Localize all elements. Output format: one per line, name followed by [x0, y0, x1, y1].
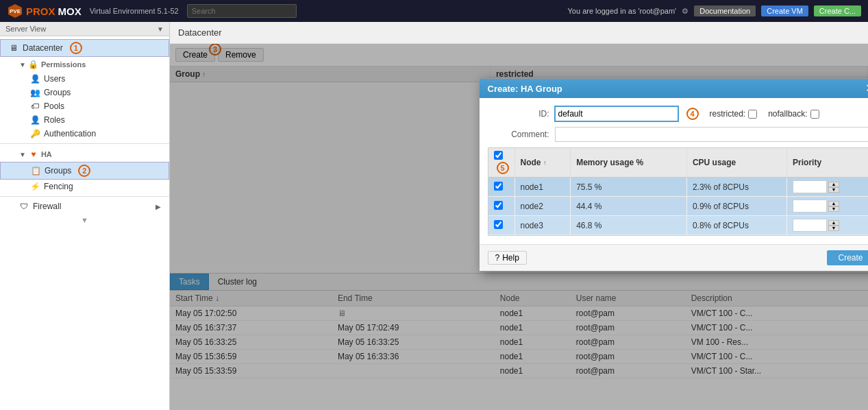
search-input[interactable] [187, 4, 297, 18]
permissions-icon: 🔒 [29, 60, 38, 69]
ha-icon: ♥ [29, 149, 38, 159]
datacenter-icon: 🖥 [9, 43, 18, 53]
restricted-checkbox[interactable] [748, 110, 757, 119]
id-input[interactable] [555, 106, 678, 121]
priority-up-btn[interactable]: ▲ [828, 201, 839, 206]
help-btn[interactable]: ? Help [488, 251, 527, 265]
node-memory: 75.5 % [571, 178, 687, 197]
sidebar-item-authentication[interactable]: 🔑 Authentication [0, 127, 169, 141]
create-ct-btn[interactable]: Create C... [814, 5, 861, 16]
node-check [488, 216, 515, 235]
chevron-down-icon: ▼ [19, 151, 26, 158]
priority-spinner: ▲ ▼ [828, 201, 839, 212]
priority-spinner: ▲ ▼ [828, 220, 839, 231]
sidebar-item-pools[interactable]: 🏷 Pools [0, 99, 169, 113]
node-row: node2 44.4 % 0.9% of 8CPUs ▲ ▼ [488, 197, 869, 216]
priority-down-btn[interactable]: ▼ [828, 206, 839, 212]
col-priority: Priority [787, 148, 868, 178]
ha-label: HA [41, 150, 52, 158]
sidebar-item-fencing[interactable]: ⚡ Fencing [0, 180, 169, 193]
modal-header: Create: HA Group ✕ [480, 79, 869, 98]
content-body: Create 3 Remove Group ↑ restricted [170, 44, 868, 410]
roles-label: Roles [44, 115, 65, 125]
sidebar-item-ha-groups[interactable]: 📋 Groups 2 [0, 162, 169, 180]
ha-groups-label: Groups [45, 166, 71, 176]
node-name: node1 [514, 178, 571, 197]
proxmox-logo-icon: PVE [7, 3, 23, 19]
priority-down-btn[interactable]: ▼ [828, 187, 839, 193]
content-area: Datacenter Create 3 Remove Group ↑ restr… [170, 22, 868, 410]
fencing-label: Fencing [44, 182, 73, 191]
chevron-right-icon: ▶ [156, 203, 161, 210]
node-checkbox[interactable] [494, 220, 503, 229]
priority-input[interactable] [793, 219, 827, 232]
restricted-label: restricted: [710, 109, 746, 119]
sidebar-section-ha[interactable]: ▼ ♥ HA [0, 147, 169, 162]
main-layout: Server View ▼ 🖥 Datacenter 1 ▼ 🔒 Permiss… [0, 22, 868, 410]
pools-label: Pools [44, 101, 64, 111]
node-table-wrap: 5 Node ↑ Memory usage % CPU usage Priori… [488, 147, 869, 236]
node-priority: ▲ ▼ [787, 197, 868, 216]
node-cpu: 0.8% of 8CPUs [686, 216, 786, 235]
auth-icon: 🔑 [30, 129, 40, 138]
auth-label: Authentication [44, 129, 96, 138]
groups-label: Groups [44, 88, 71, 97]
node-cpu: 0.9% of 8CPUs [686, 197, 786, 216]
modal-overlay: Create: HA Group ✕ ID: 4 restricted: [170, 44, 868, 410]
node-name: node3 [514, 216, 571, 235]
node-name: node2 [514, 197, 571, 216]
sidebar-item-roles[interactable]: 👤 Roles [0, 113, 169, 127]
comment-input[interactable] [555, 127, 869, 142]
node-checkbox[interactable] [494, 201, 503, 210]
ha-groups-icon: 📋 [31, 166, 40, 176]
modal-create-label: Create [838, 253, 863, 263]
sidebar-item-groups[interactable]: 👥 Groups [0, 86, 169, 99]
nofallback-label: nofallback: [768, 109, 807, 119]
col-cpu: CPU usage [686, 148, 786, 178]
nofallback-check-item: nofallback: [768, 109, 819, 119]
logo-mox: MOX [58, 5, 82, 17]
comment-row: Comment: [488, 127, 869, 142]
col-memory: Memory usage % [571, 148, 687, 178]
version-text: Virtual Environment 5.1-52 [90, 7, 179, 15]
node-row: node1 75.5 % 2.3% of 8CPUs ▲ ▼ [488, 178, 869, 197]
id-row: ID: 4 restricted: nofallback: [488, 106, 869, 121]
priority-input[interactable] [793, 180, 827, 193]
groups-icon: 👥 [30, 88, 40, 97]
select-all-checkbox[interactable] [494, 151, 503, 160]
modal-body: ID: 4 restricted: nofallback: [480, 98, 869, 244]
annotation-5: 5 [497, 162, 509, 174]
priority-down-btn[interactable]: ▼ [828, 226, 839, 231]
col-check: 5 [488, 148, 515, 178]
id-label: ID: [488, 109, 549, 119]
priority-up-btn[interactable]: ▲ [828, 220, 839, 226]
chevron-down-icon: ▼ [19, 61, 26, 69]
node-checkbox[interactable] [494, 182, 503, 191]
sidebar-item-firewall[interactable]: 🛡 Firewall ▶ [0, 200, 169, 213]
datacenter-label: Datacenter [23, 43, 63, 53]
node-check [488, 197, 515, 216]
modal-create-btn[interactable]: Create 6 [827, 250, 868, 265]
nofallback-checkbox[interactable] [810, 110, 819, 119]
create-vm-btn[interactable]: Create VM [761, 5, 808, 16]
gear-icon[interactable]: ⚙ [682, 7, 689, 16]
priority-input[interactable] [793, 200, 827, 213]
scroll-down-indicator: ▼ [0, 213, 169, 227]
users-icon: 👤 [30, 74, 40, 84]
check-group: restricted: nofallback: [710, 109, 819, 119]
pools-icon: 🏷 [30, 101, 40, 111]
roles-icon: 👤 [30, 115, 40, 125]
svg-text:PVE: PVE [10, 8, 21, 14]
modal-close-btn[interactable]: ✕ [865, 83, 869, 94]
firewall-icon: 🛡 [19, 202, 29, 211]
topbar-right: You are logged in as 'root@pam' ⚙ Docume… [568, 5, 861, 16]
question-icon: ? [495, 253, 500, 263]
documentation-btn[interactable]: Documentation [694, 5, 756, 16]
sidebar-item-users[interactable]: 👤 Users [0, 72, 169, 86]
help-label: Help [502, 253, 519, 263]
node-cpu: 2.3% of 8CPUs [686, 178, 786, 197]
sidebar-item-datacenter[interactable]: 🖥 Datacenter 1 [0, 39, 169, 57]
logo-prox: PROX [26, 5, 55, 17]
sidebar-section-permissions[interactable]: ▼ 🔒 Permissions [0, 57, 169, 72]
priority-up-btn[interactable]: ▲ [828, 182, 839, 187]
